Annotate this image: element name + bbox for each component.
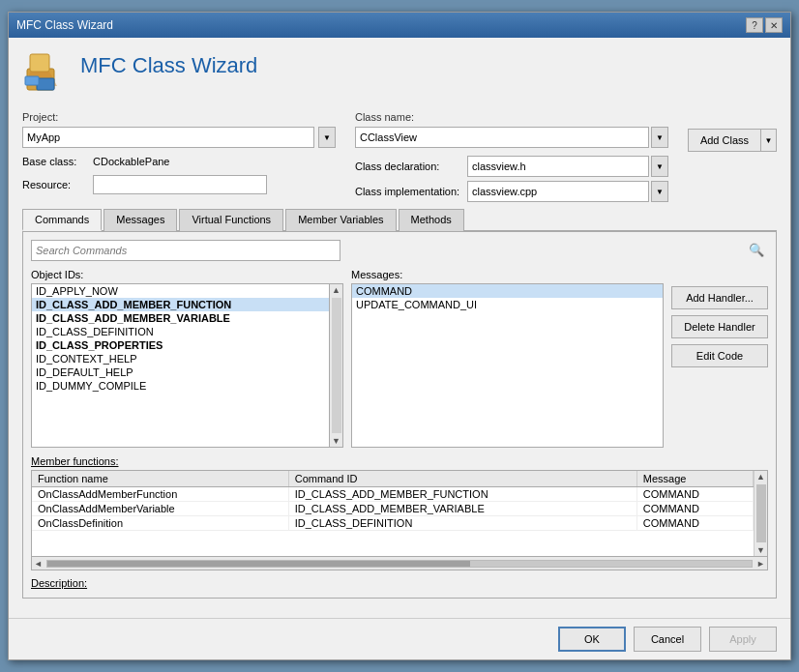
tab-member-variables[interactable]: Member Variables xyxy=(285,209,396,231)
tabs-container: Commands Messages Virtual Functions Memb… xyxy=(22,208,777,599)
search-input[interactable] xyxy=(31,240,340,261)
tab-messages[interactable]: Messages xyxy=(104,209,177,231)
list-item[interactable]: UPDATE_COMMAND_UI xyxy=(352,298,663,311)
member-table: Function name Command ID Message OnClass… xyxy=(32,471,754,531)
member-section: Member functions: Function name Command … xyxy=(31,455,768,570)
object-ids-list[interactable]: ID_APPLY_NOW ID_CLASS_ADD_MEMBER_FUNCTIO… xyxy=(31,283,330,448)
svg-rect-3 xyxy=(37,78,54,90)
add-class-button[interactable]: Add Class xyxy=(688,129,761,152)
edit-code-button[interactable]: Edit Code xyxy=(671,344,768,367)
delete-handler-button[interactable]: Delete Handler xyxy=(671,315,768,338)
messages-list[interactable]: COMMAND UPDATE_COMMAND_UI xyxy=(351,283,664,448)
ok-button[interactable]: OK xyxy=(558,627,626,652)
cell-message: COMMAND xyxy=(636,502,753,516)
resource-label: Resource: xyxy=(22,179,85,190)
col-command-id: Command ID xyxy=(288,471,636,487)
object-ids-label: Object IDs: xyxy=(31,269,343,280)
add-handler-button[interactable]: Add Handler... xyxy=(671,286,768,309)
class-declaration-dropdown[interactable]: ▼ xyxy=(651,156,668,177)
list-item[interactable]: ID_CLASS_ADD_MEMBER_VARIABLE xyxy=(32,311,329,325)
col-function-name: Function name xyxy=(32,471,288,487)
scroll-down-arrow[interactable]: ▼ xyxy=(332,435,340,447)
cell-message: COMMAND xyxy=(636,516,753,531)
title-bar: MFC Class Wizard ? ✕ xyxy=(9,13,790,38)
cell-message: COMMAND xyxy=(636,487,753,502)
member-scroll-up[interactable]: ▲ xyxy=(756,471,765,482)
class-implementation-label: Class implementation: xyxy=(355,186,461,197)
cancel-button[interactable]: Cancel xyxy=(634,627,701,652)
table-row[interactable]: OnClassAddMemberVariable ID_CLASS_ADD_ME… xyxy=(32,502,754,516)
cell-command-id: ID_CLASS_DEFINITION xyxy=(288,516,636,531)
side-buttons: Add Handler... Delete Handler Edit Code xyxy=(671,269,768,448)
class-implementation-dropdown[interactable]: ▼ xyxy=(651,181,668,202)
class-declaration-label: Class declaration: xyxy=(355,161,461,172)
cell-function-name: OnClassAddMemberVariable xyxy=(32,502,288,516)
svg-rect-1 xyxy=(30,54,49,72)
add-class-split-arrow[interactable]: ▼ xyxy=(761,129,777,152)
project-label: Project: xyxy=(22,111,336,123)
list-item[interactable]: COMMAND xyxy=(352,284,663,298)
member-scroll-down[interactable]: ▼ xyxy=(756,544,765,556)
tab-commands[interactable]: Commands xyxy=(22,209,102,231)
description-label: Description: xyxy=(31,577,87,589)
h-scroll-right[interactable]: ► xyxy=(755,559,767,569)
title-bar-text: MFC Class Wizard xyxy=(16,18,113,32)
class-implementation-select[interactable]: classview.cpp xyxy=(467,181,649,202)
h-scroll-left[interactable]: ◄ xyxy=(32,559,44,569)
messages-label: Messages: xyxy=(351,269,664,280)
resource-input[interactable] xyxy=(93,175,267,194)
help-button[interactable]: ? xyxy=(746,17,763,33)
svg-rect-4 xyxy=(25,76,39,85)
list-item[interactable]: ID_DEFAULT_HELP xyxy=(32,365,329,379)
list-item[interactable]: ID_CLASS_PROPERTIES xyxy=(32,338,329,352)
table-row[interactable]: OnClassAddMemberFunction ID_CLASS_ADD_ME… xyxy=(32,487,754,502)
col-message: Message xyxy=(636,471,753,487)
apply-button[interactable]: Apply xyxy=(709,627,777,652)
list-item[interactable]: ID_CONTEXT_HELP xyxy=(32,352,329,365)
close-button[interactable]: ✕ xyxy=(765,17,783,33)
class-name-select[interactable]: CClassView xyxy=(355,127,649,148)
base-class-label: Base class: xyxy=(22,156,85,167)
cell-command-id: ID_CLASS_ADD_MEMBER_VARIABLE xyxy=(288,502,636,516)
scroll-up-arrow[interactable]: ▲ xyxy=(332,284,340,296)
mfc-class-wizard-dialog: MFC Class Wizard ? ✕ MFC Class Wizard xyxy=(8,12,791,660)
class-declaration-select[interactable]: classview.h xyxy=(467,156,649,177)
tab-content-commands: 🔍 Object IDs: ID_APPLY_NOW ID_CLASS_ADD_… xyxy=(22,232,777,599)
project-select[interactable]: MyApp xyxy=(22,127,314,148)
list-item[interactable]: ID_DUMMY_COMPILE xyxy=(32,379,329,393)
search-box: 🔍 xyxy=(31,240,768,261)
title-bar-buttons: ? ✕ xyxy=(746,17,783,33)
footer: OK Cancel Apply xyxy=(9,618,790,659)
dialog-content: MFC Class Wizard Project: MyApp ▼ Base c… xyxy=(9,38,790,618)
list-item[interactable]: ID_APPLY_NOW xyxy=(32,284,329,298)
cell-function-name: OnClassDefinition xyxy=(32,516,288,531)
search-icon: 🔍 xyxy=(749,243,764,257)
wizard-icon xyxy=(22,49,71,98)
class-name-dropdown-btn[interactable]: ▼ xyxy=(651,127,668,148)
list-item[interactable]: ID_CLASS_DEFINITION xyxy=(32,325,329,338)
base-class-value: CDockablePane xyxy=(93,156,170,167)
member-table-container: Function name Command ID Message OnClass… xyxy=(31,470,768,557)
tab-methods[interactable]: Methods xyxy=(399,209,464,231)
member-functions-label: Member functions: xyxy=(31,455,768,467)
list-item[interactable]: ID_CLASS_ADD_MEMBER_FUNCTION xyxy=(32,298,329,311)
cell-command-id: ID_CLASS_ADD_MEMBER_FUNCTION xyxy=(288,487,636,502)
table-row[interactable]: OnClassDefinition ID_CLASS_DEFINITION CO… xyxy=(32,516,754,531)
header-section: MFC Class Wizard xyxy=(22,49,777,98)
cell-function-name: OnClassAddMemberFunction xyxy=(32,487,288,502)
tabs: Commands Messages Virtual Functions Memb… xyxy=(22,208,777,232)
class-name-label: Class name: xyxy=(355,111,668,123)
wizard-title: MFC Class Wizard xyxy=(80,49,257,78)
project-dropdown-btn[interactable]: ▼ xyxy=(318,127,336,148)
tab-virtual-functions[interactable]: Virtual Functions xyxy=(179,209,283,231)
description-section: Description: xyxy=(31,576,768,590)
